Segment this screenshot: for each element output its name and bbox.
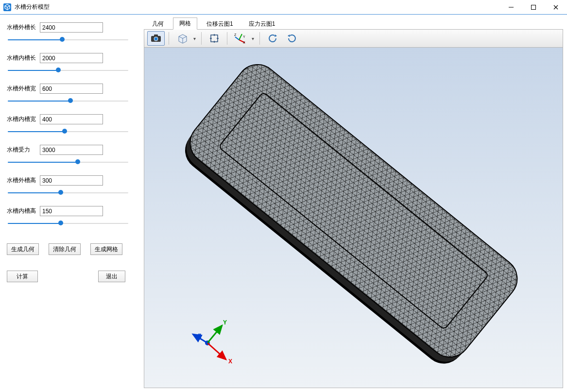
param-slider-outer-length[interactable] (8, 35, 128, 44)
param-slider-outer-height[interactable] (8, 188, 128, 197)
app-icon (3, 3, 12, 12)
main-panel: 几何 网格 位移云图1 应力云图1 (141, 15, 567, 392)
param-slider-force[interactable] (8, 158, 128, 167)
cube-icon (176, 33, 188, 44)
tab-displacement[interactable]: 位移云图1 (200, 18, 240, 30)
svg-text:Z: Z (234, 33, 237, 36)
axis-triad: X Y Z (188, 320, 237, 368)
param-label: 水槽内槽宽 (7, 115, 36, 123)
close-button[interactable] (545, 0, 567, 14)
param-inner-length: 水槽内槽长 (7, 53, 134, 75)
window-title: 水槽分析模型 (15, 3, 50, 11)
param-input-outer-height[interactable] (40, 175, 103, 186)
svg-rect-8 (211, 35, 218, 42)
fit-view-icon (209, 34, 220, 43)
toolbar-separator (169, 32, 169, 45)
calculate-button[interactable]: 计算 (7, 271, 38, 282)
svg-rect-2 (532, 5, 536, 9)
param-slider-inner-width[interactable] (8, 127, 128, 136)
titlebar: 水槽分析模型 (0, 0, 567, 15)
tab-stress[interactable]: 应力云图1 (242, 18, 282, 30)
view-tabs: 几何 网格 位移云图1 应力云图1 (144, 17, 563, 29)
param-input-inner-height[interactable] (40, 206, 103, 216)
param-label: 水槽内槽高 (7, 207, 36, 215)
viewer-frame: ▾ Y Z X (144, 29, 563, 388)
svg-marker-15 (275, 34, 277, 37)
param-input-inner-length[interactable] (40, 53, 103, 63)
param-slider-inner-height[interactable] (8, 219, 128, 228)
mesh-viewport[interactable]: X Y Z (144, 48, 563, 388)
param-label: 水槽受力 (7, 146, 36, 154)
viewcube-button[interactable] (173, 31, 190, 46)
maximize-button[interactable] (522, 0, 545, 14)
svg-marker-16 (288, 34, 290, 37)
axes-icon: Y Z X (234, 33, 246, 44)
param-label: 水槽内槽长 (7, 54, 36, 62)
param-label: 水槽外槽高 (7, 176, 36, 185)
axes-orient-dropdown[interactable]: ▾ (250, 36, 256, 41)
rotate-cw-icon (287, 34, 297, 43)
viewcube-dropdown[interactable]: ▾ (191, 36, 197, 41)
generate-geometry-button[interactable]: 生成几何 (7, 243, 39, 255)
viewer-toolbar: ▾ Y Z X (144, 30, 563, 48)
param-input-force[interactable] (40, 145, 103, 155)
tab-mesh[interactable]: 网格 (173, 17, 197, 30)
param-slider-inner-length[interactable] (8, 66, 128, 75)
screenshot-button[interactable] (147, 31, 165, 46)
action-row-1: 生成几何 清除几何 生成网格 (7, 243, 134, 255)
parameter-panel: 水槽外槽长 水槽内槽长 水槽外槽宽 (0, 15, 141, 392)
param-label: 水槽外槽长 (7, 23, 36, 32)
param-slider-outer-width[interactable] (8, 97, 128, 105)
fit-view-button[interactable] (206, 31, 223, 46)
svg-line-11 (235, 37, 239, 40)
axis-y-label: Y (223, 320, 227, 326)
param-input-outer-length[interactable] (40, 22, 103, 33)
toolbar-separator (201, 32, 202, 45)
param-outer-length: 水槽外槽长 (7, 22, 134, 44)
minimize-button[interactable] (500, 0, 522, 14)
param-force: 水槽受力 (7, 145, 134, 167)
svg-text:X: X (243, 41, 245, 44)
action-row-2: 计算 退出 (7, 271, 134, 282)
camera-icon (151, 34, 161, 43)
clear-geometry-button[interactable]: 清除几何 (49, 243, 81, 255)
toolbar-separator (227, 32, 227, 45)
rotate-ccw-icon (267, 34, 278, 43)
param-outer-width: 水槽外槽宽 (7, 84, 134, 105)
rotate-cw-button[interactable] (283, 31, 301, 46)
axis-z-label: Z (198, 333, 201, 340)
param-input-outer-width[interactable] (40, 84, 103, 94)
rotate-ccw-button[interactable] (264, 31, 281, 46)
svg-line-18 (207, 343, 226, 359)
svg-line-19 (207, 325, 222, 343)
param-outer-height: 水槽外槽高 (7, 175, 134, 197)
exit-button[interactable]: 退出 (98, 271, 125, 282)
param-label: 水槽外槽宽 (7, 85, 36, 93)
axis-x-label: X (228, 358, 232, 365)
param-inner-height: 水槽内槽高 (7, 206, 134, 228)
svg-line-10 (239, 34, 242, 40)
param-inner-width: 水槽内槽宽 (7, 114, 134, 136)
svg-text:Y: Y (243, 35, 245, 38)
svg-point-5 (154, 37, 158, 41)
svg-rect-4 (154, 34, 158, 36)
generate-mesh-button[interactable]: 生成网格 (90, 243, 122, 255)
axes-orient-button[interactable]: Y Z X (231, 31, 249, 46)
toolbar-separator (259, 32, 260, 45)
tab-geometry[interactable]: 几何 (146, 18, 170, 30)
param-input-inner-width[interactable] (40, 114, 103, 124)
